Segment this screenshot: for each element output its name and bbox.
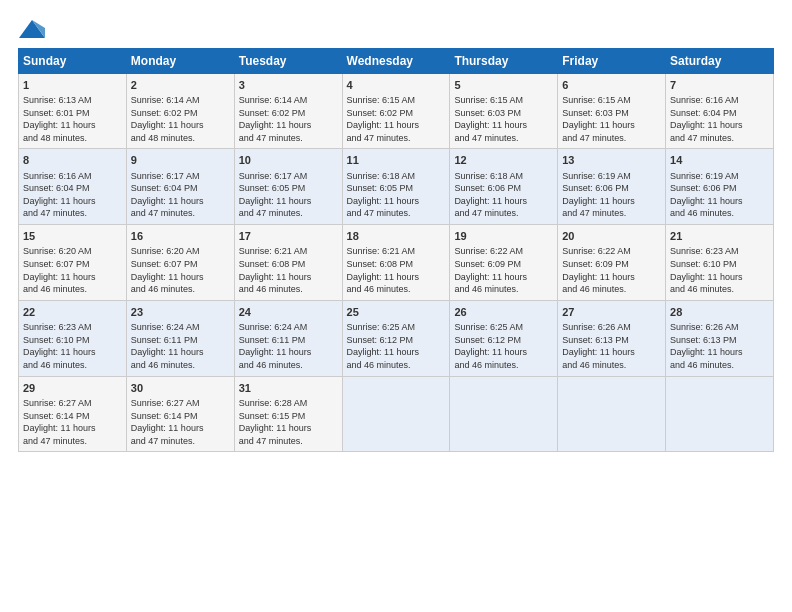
calendar-cell: 12Sunrise: 6:18 AMSunset: 6:06 PMDayligh… [450, 149, 558, 225]
cell-line: Sunset: 6:14 PM [23, 410, 122, 423]
cell-line: Sunset: 6:07 PM [23, 258, 122, 271]
cell-line: and 47 minutes. [670, 132, 769, 145]
cell-line: Sunrise: 6:26 AM [562, 321, 661, 334]
cell-line: Daylight: 11 hours [454, 271, 553, 284]
cell-line: Sunrise: 6:15 AM [454, 94, 553, 107]
cell-line: Sunset: 6:06 PM [454, 182, 553, 195]
cell-line: Sunset: 6:11 PM [239, 334, 338, 347]
cell-line: Sunset: 6:04 PM [670, 107, 769, 120]
day-number: 13 [562, 153, 661, 168]
cell-line: Sunset: 6:02 PM [131, 107, 230, 120]
calendar-cell [342, 376, 450, 452]
logo [18, 18, 45, 38]
day-number: 25 [347, 305, 446, 320]
calendar-cell: 31Sunrise: 6:28 AMSunset: 6:15 PMDayligh… [234, 376, 342, 452]
cell-line: Sunset: 6:02 PM [347, 107, 446, 120]
cell-line: Daylight: 11 hours [239, 422, 338, 435]
cell-line: and 48 minutes. [131, 132, 230, 145]
header-day: Friday [558, 48, 666, 73]
cell-line: and 47 minutes. [454, 132, 553, 145]
cell-line: Daylight: 11 hours [239, 195, 338, 208]
cell-line: Sunrise: 6:23 AM [23, 321, 122, 334]
cell-line: Daylight: 11 hours [454, 346, 553, 359]
cell-line: and 47 minutes. [239, 132, 338, 145]
header-day: Thursday [450, 48, 558, 73]
day-number: 28 [670, 305, 769, 320]
day-number: 29 [23, 381, 122, 396]
cell-line: Sunrise: 6:20 AM [131, 245, 230, 258]
calendar-cell [450, 376, 558, 452]
day-number: 11 [347, 153, 446, 168]
cell-line: Sunrise: 6:21 AM [239, 245, 338, 258]
cell-line: Sunrise: 6:26 AM [670, 321, 769, 334]
cell-line: and 46 minutes. [670, 283, 769, 296]
cell-line: Sunrise: 6:19 AM [670, 170, 769, 183]
cell-line: Sunset: 6:05 PM [239, 182, 338, 195]
logo-icon [19, 20, 45, 38]
cell-line: Sunrise: 6:27 AM [131, 397, 230, 410]
cell-line: Daylight: 11 hours [23, 119, 122, 132]
cell-line: and 46 minutes. [239, 283, 338, 296]
cell-line: Sunrise: 6:18 AM [347, 170, 446, 183]
day-number: 10 [239, 153, 338, 168]
cell-line: and 46 minutes. [239, 359, 338, 372]
cell-line: Daylight: 11 hours [562, 119, 661, 132]
day-number: 5 [454, 78, 553, 93]
cell-line: and 47 minutes. [239, 207, 338, 220]
cell-line: Daylight: 11 hours [670, 346, 769, 359]
logo-text [18, 18, 45, 38]
day-number: 23 [131, 305, 230, 320]
cell-line: Sunrise: 6:22 AM [454, 245, 553, 258]
cell-line: Daylight: 11 hours [131, 119, 230, 132]
cell-line: Sunrise: 6:25 AM [347, 321, 446, 334]
calendar-week: 1Sunrise: 6:13 AMSunset: 6:01 PMDaylight… [19, 73, 774, 149]
cell-line: and 46 minutes. [347, 359, 446, 372]
calendar-cell: 3Sunrise: 6:14 AMSunset: 6:02 PMDaylight… [234, 73, 342, 149]
cell-line: Sunset: 6:11 PM [131, 334, 230, 347]
cell-line: and 47 minutes. [131, 207, 230, 220]
cell-line: Daylight: 11 hours [562, 271, 661, 284]
calendar-cell: 22Sunrise: 6:23 AMSunset: 6:10 PMDayligh… [19, 300, 127, 376]
cell-line: Sunset: 6:06 PM [670, 182, 769, 195]
day-number: 22 [23, 305, 122, 320]
day-number: 30 [131, 381, 230, 396]
calendar-cell: 9Sunrise: 6:17 AMSunset: 6:04 PMDaylight… [126, 149, 234, 225]
cell-line: Sunset: 6:04 PM [23, 182, 122, 195]
cell-line: Sunset: 6:15 PM [239, 410, 338, 423]
cell-line: and 47 minutes. [23, 207, 122, 220]
calendar-cell: 16Sunrise: 6:20 AMSunset: 6:07 PMDayligh… [126, 225, 234, 301]
cell-line: Sunset: 6:12 PM [454, 334, 553, 347]
cell-line: Sunset: 6:08 PM [239, 258, 338, 271]
calendar-week: 8Sunrise: 6:16 AMSunset: 6:04 PMDaylight… [19, 149, 774, 225]
calendar-cell: 14Sunrise: 6:19 AMSunset: 6:06 PMDayligh… [666, 149, 774, 225]
calendar-cell: 4Sunrise: 6:15 AMSunset: 6:02 PMDaylight… [342, 73, 450, 149]
day-number: 17 [239, 229, 338, 244]
calendar-cell: 2Sunrise: 6:14 AMSunset: 6:02 PMDaylight… [126, 73, 234, 149]
day-number: 16 [131, 229, 230, 244]
day-number: 18 [347, 229, 446, 244]
day-number: 27 [562, 305, 661, 320]
cell-line: Sunset: 6:10 PM [670, 258, 769, 271]
cell-line: Daylight: 11 hours [454, 119, 553, 132]
day-number: 31 [239, 381, 338, 396]
page: SundayMondayTuesdayWednesdayThursdayFrid… [0, 0, 792, 612]
cell-line: and 47 minutes. [239, 435, 338, 448]
calendar-cell: 5Sunrise: 6:15 AMSunset: 6:03 PMDaylight… [450, 73, 558, 149]
calendar-cell: 30Sunrise: 6:27 AMSunset: 6:14 PMDayligh… [126, 376, 234, 452]
cell-line: Sunset: 6:10 PM [23, 334, 122, 347]
header-row: SundayMondayTuesdayWednesdayThursdayFrid… [19, 48, 774, 73]
calendar-cell: 27Sunrise: 6:26 AMSunset: 6:13 PMDayligh… [558, 300, 666, 376]
cell-line: Sunset: 6:01 PM [23, 107, 122, 120]
cell-line: Sunrise: 6:23 AM [670, 245, 769, 258]
calendar-cell: 19Sunrise: 6:22 AMSunset: 6:09 PMDayligh… [450, 225, 558, 301]
cell-line: Sunrise: 6:27 AM [23, 397, 122, 410]
cell-line: and 46 minutes. [670, 207, 769, 220]
cell-line: Daylight: 11 hours [239, 119, 338, 132]
cell-line: and 46 minutes. [670, 359, 769, 372]
day-number: 3 [239, 78, 338, 93]
cell-line: Sunrise: 6:21 AM [347, 245, 446, 258]
calendar-cell: 11Sunrise: 6:18 AMSunset: 6:05 PMDayligh… [342, 149, 450, 225]
cell-line: Daylight: 11 hours [670, 271, 769, 284]
cell-line: Daylight: 11 hours [131, 195, 230, 208]
cell-line: and 47 minutes. [23, 435, 122, 448]
